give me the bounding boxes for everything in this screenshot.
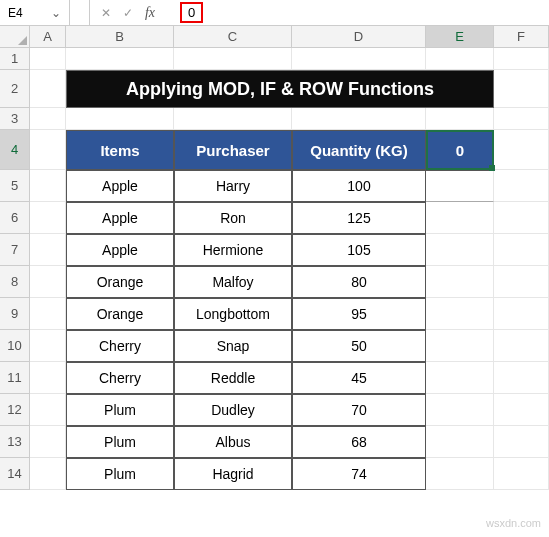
cell-F14[interactable] — [494, 458, 549, 490]
cell-F12[interactable] — [494, 394, 549, 426]
cell-F10[interactable] — [494, 330, 549, 362]
cell-D5[interactable]: 100 — [292, 170, 426, 202]
cell-B9[interactable]: Orange — [66, 298, 174, 330]
cell-B5[interactable]: Apple — [66, 170, 174, 202]
cell-F7[interactable] — [494, 234, 549, 266]
cell-A6[interactable] — [30, 202, 66, 234]
cell-E9[interactable] — [426, 298, 494, 330]
fx-icon[interactable]: fx — [140, 5, 160, 21]
cell-E14[interactable] — [426, 458, 494, 490]
col-header-B[interactable]: B — [66, 26, 174, 48]
cell-A10[interactable] — [30, 330, 66, 362]
title-cell[interactable]: Applying MOD, IF & ROW Functions — [66, 70, 494, 108]
cell-A7[interactable] — [30, 234, 66, 266]
row-header-14[interactable]: 14 — [0, 458, 30, 490]
cell-A5[interactable] — [30, 170, 66, 202]
cell-B1[interactable] — [66, 48, 174, 70]
cell-D1[interactable] — [292, 48, 426, 70]
cell-B8[interactable]: Orange — [66, 266, 174, 298]
cell-C8[interactable]: Malfoy — [174, 266, 292, 298]
cell-C11[interactable]: Reddle — [174, 362, 292, 394]
col-header-D[interactable]: D — [292, 26, 426, 48]
row-header-2[interactable]: 2 — [0, 70, 30, 108]
cell-E10[interactable] — [426, 330, 494, 362]
cell-E3[interactable] — [426, 108, 494, 130]
cell-B6[interactable]: Apple — [66, 202, 174, 234]
formula-bar-value[interactable]: 0 — [180, 2, 203, 23]
col-header-E[interactable]: E — [426, 26, 494, 48]
cell-C1[interactable] — [174, 48, 292, 70]
cell-A9[interactable] — [30, 298, 66, 330]
header-quantity[interactable]: Quantity (KG) — [292, 130, 426, 170]
cell-A13[interactable] — [30, 426, 66, 458]
cell-A12[interactable] — [30, 394, 66, 426]
cell-D7[interactable]: 105 — [292, 234, 426, 266]
cell-E8[interactable] — [426, 266, 494, 298]
cell-B12[interactable]: Plum — [66, 394, 174, 426]
cell-C5[interactable]: Harry — [174, 170, 292, 202]
cell-C13[interactable]: Albus — [174, 426, 292, 458]
cell-B10[interactable]: Cherry — [66, 330, 174, 362]
cell-D10[interactable]: 50 — [292, 330, 426, 362]
cell-E13[interactable] — [426, 426, 494, 458]
cell-A1[interactable] — [30, 48, 66, 70]
cell-B13[interactable]: Plum — [66, 426, 174, 458]
cell-A4[interactable] — [30, 130, 66, 170]
cell-A2[interactable] — [30, 70, 66, 108]
cell-E5[interactable] — [426, 170, 494, 202]
cell-C14[interactable]: Hagrid — [174, 458, 292, 490]
row-header-3[interactable]: 3 — [0, 108, 30, 130]
cell-F1[interactable] — [494, 48, 549, 70]
row-header-10[interactable]: 10 — [0, 330, 30, 362]
cell-F4[interactable] — [494, 130, 549, 170]
cell-F8[interactable] — [494, 266, 549, 298]
cell-E7[interactable] — [426, 234, 494, 266]
header-aux[interactable]: 0 — [426, 130, 494, 170]
row-header-11[interactable]: 11 — [0, 362, 30, 394]
cell-C6[interactable]: Ron — [174, 202, 292, 234]
header-purchaser[interactable]: Purchaser — [174, 130, 292, 170]
cell-F13[interactable] — [494, 426, 549, 458]
cell-C7[interactable]: Hermione — [174, 234, 292, 266]
cell-A8[interactable] — [30, 266, 66, 298]
cell-D8[interactable]: 80 — [292, 266, 426, 298]
cell-F3[interactable] — [494, 108, 549, 130]
cell-D9[interactable]: 95 — [292, 298, 426, 330]
cell-E12[interactable] — [426, 394, 494, 426]
header-items[interactable]: Items — [66, 130, 174, 170]
cell-D11[interactable]: 45 — [292, 362, 426, 394]
cell-A11[interactable] — [30, 362, 66, 394]
cell-D12[interactable]: 70 — [292, 394, 426, 426]
cell-C9[interactable]: Longbottom — [174, 298, 292, 330]
cell-C10[interactable]: Snap — [174, 330, 292, 362]
row-header-12[interactable]: 12 — [0, 394, 30, 426]
cell-B7[interactable]: Apple — [66, 234, 174, 266]
cell-E1[interactable] — [426, 48, 494, 70]
row-header-1[interactable]: 1 — [0, 48, 30, 70]
cell-D14[interactable]: 74 — [292, 458, 426, 490]
cell-A3[interactable] — [30, 108, 66, 130]
cell-E11[interactable] — [426, 362, 494, 394]
select-all-triangle[interactable] — [0, 26, 30, 48]
row-header-7[interactable]: 7 — [0, 234, 30, 266]
cell-F2[interactable] — [494, 70, 549, 108]
cell-B14[interactable]: Plum — [66, 458, 174, 490]
cell-F6[interactable] — [494, 202, 549, 234]
row-header-9[interactable]: 9 — [0, 298, 30, 330]
cell-B11[interactable]: Cherry — [66, 362, 174, 394]
cell-F5[interactable] — [494, 170, 549, 202]
cell-E6[interactable] — [426, 202, 494, 234]
cell-D3[interactable] — [292, 108, 426, 130]
enter-icon[interactable]: ✓ — [118, 6, 138, 20]
col-header-A[interactable]: A — [30, 26, 66, 48]
row-header-4[interactable]: 4 — [0, 130, 30, 170]
row-header-5[interactable]: 5 — [0, 170, 30, 202]
name-box[interactable]: E4 ⌄ — [0, 0, 70, 25]
cell-C3[interactable] — [174, 108, 292, 130]
chevron-down-icon[interactable]: ⌄ — [23, 6, 61, 20]
cancel-icon[interactable]: ✕ — [96, 6, 116, 20]
row-header-8[interactable]: 8 — [0, 266, 30, 298]
cell-D13[interactable]: 68 — [292, 426, 426, 458]
col-header-C[interactable]: C — [174, 26, 292, 48]
row-header-6[interactable]: 6 — [0, 202, 30, 234]
